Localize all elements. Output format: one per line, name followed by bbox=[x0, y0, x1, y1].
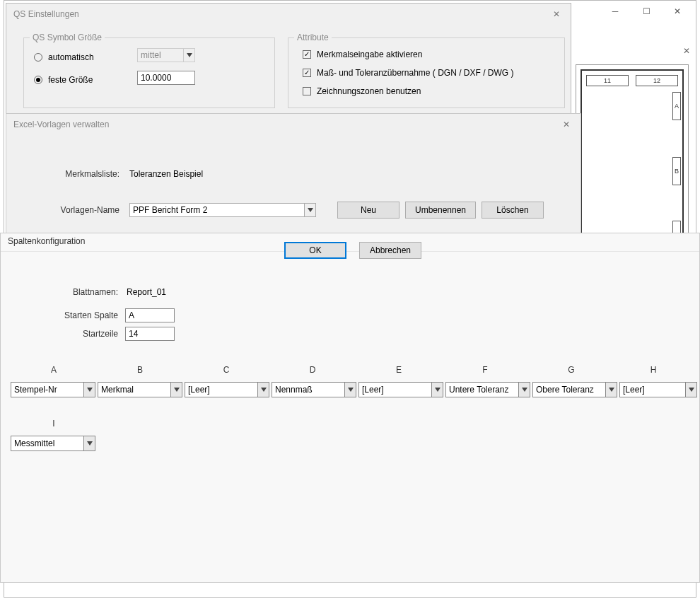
column-a-combo[interactable]: Stempel-Nr bbox=[11, 382, 95, 397]
drawing-cell: B bbox=[672, 157, 681, 185]
startzeile-label: Startzeile bbox=[50, 329, 118, 339]
chevron-down-icon bbox=[304, 204, 315, 216]
minimize-button[interactable]: ─ bbox=[600, 1, 631, 21]
close-window-button[interactable]: ✕ bbox=[662, 1, 693, 21]
close-icon[interactable]: ✕ bbox=[559, 117, 573, 132]
drawing-cell: 12 bbox=[636, 75, 678, 86]
dialog-titlebar: QS Einstellungen ✕ bbox=[6, 4, 571, 25]
svg-marker-10 bbox=[87, 441, 93, 446]
groupbox-attribute: Attribute Merkmalseingabe aktivieren Maß… bbox=[288, 37, 565, 108]
close-icon[interactable]: ✕ bbox=[549, 7, 564, 21]
checkbox-mass-toleranz-label: Maß- und Toleranzübernahme ( DGN / DXF /… bbox=[317, 68, 514, 78]
umbenennen-button[interactable]: Umbenennen bbox=[405, 202, 476, 219]
radio-feste-groesse[interactable] bbox=[34, 76, 42, 84]
checkbox-merkmalseingabe[interactable] bbox=[303, 50, 311, 59]
chevron-down-icon bbox=[518, 383, 530, 397]
neu-button[interactable]: Neu bbox=[337, 202, 399, 219]
drawing-cell: A bbox=[672, 92, 681, 120]
vorlagen-name-combo[interactable]: PPF Bericht Form 2 bbox=[129, 203, 316, 217]
column-g-combo[interactable]: Obere Toleranz bbox=[532, 382, 617, 397]
column-i-combo[interactable]: Messmittel bbox=[11, 436, 95, 451]
column-c-combo[interactable]: [Leer] bbox=[185, 382, 269, 397]
column-selects-row2: Messmittel bbox=[11, 436, 699, 451]
svg-marker-5 bbox=[348, 388, 354, 392]
column-headers-row2: I bbox=[11, 419, 699, 429]
dialog-titlebar: Excel-Vorlagen verwalten ✕ bbox=[6, 114, 581, 135]
column-h-combo[interactable]: [Leer] bbox=[619, 382, 697, 397]
checkbox-merkmalseingabe-label: Merkmalseingabe aktivieren bbox=[317, 50, 422, 59]
svg-marker-6 bbox=[435, 388, 441, 392]
checkbox-zeichnungszonen[interactable] bbox=[303, 87, 311, 95]
merkmalsliste-label: Merkmalsliste: bbox=[52, 169, 119, 179]
starten-spalte-input[interactable]: A bbox=[125, 308, 175, 322]
inner-close-icon[interactable]: ✕ bbox=[683, 46, 690, 56]
column-e-combo[interactable]: [Leer] bbox=[358, 382, 443, 397]
chevron-down-icon bbox=[344, 383, 356, 397]
merkmalsliste-value: Toleranzen Beispiel bbox=[129, 169, 203, 179]
svg-marker-3 bbox=[174, 388, 180, 392]
excel-vorlagen-dialog: Excel-Vorlagen verwalten ✕ Merkmalsliste… bbox=[6, 113, 581, 233]
maximize-button[interactable]: ☐ bbox=[631, 1, 662, 21]
groupbox-legend: Attribute bbox=[294, 33, 332, 42]
qs-einstellungen-dialog: QS Einstellungen ✕ QS Symbol Größe autom… bbox=[6, 3, 571, 115]
radio-automatisch-label: automatisch bbox=[48, 52, 94, 62]
svg-marker-0 bbox=[187, 53, 192, 57]
svg-marker-8 bbox=[609, 388, 614, 392]
chevron-down-icon bbox=[685, 383, 696, 397]
chevron-down-icon bbox=[431, 383, 443, 397]
svg-marker-4 bbox=[261, 388, 267, 392]
column-d-combo[interactable]: Nennmaß bbox=[272, 382, 356, 397]
chevron-down-icon bbox=[257, 383, 269, 397]
groesse-combo: mittel bbox=[137, 48, 195, 62]
column-b-combo[interactable]: Merkmal bbox=[98, 382, 182, 397]
svg-marker-7 bbox=[522, 388, 527, 392]
column-selects-row1: Stempel-Nr Merkmal [Leer] Nennmaß [Leer]… bbox=[11, 382, 699, 397]
blattnamen-label: Blattnamen: bbox=[50, 287, 118, 297]
blattnamen-value: Report_01 bbox=[127, 287, 166, 297]
svg-marker-9 bbox=[689, 388, 694, 392]
svg-marker-2 bbox=[87, 388, 93, 392]
radio-automatisch[interactable] bbox=[34, 53, 42, 62]
chevron-down-icon bbox=[83, 436, 95, 450]
chevron-down-icon bbox=[170, 383, 182, 397]
chevron-down-icon bbox=[605, 383, 617, 397]
column-headers-row1: A B C D E F G H bbox=[11, 365, 699, 375]
vorlagen-name-label: Vorlagen-Name bbox=[46, 205, 119, 215]
starten-spalte-label: Starten Spalte bbox=[50, 310, 118, 320]
groupbox-symbol-groesse: QS Symbol Größe automatisch mittel feste… bbox=[23, 37, 275, 108]
checkbox-mass-toleranz[interactable] bbox=[303, 69, 311, 77]
chevron-down-icon bbox=[183, 49, 194, 62]
spaltenkonfiguration-dialog: Spaltenkonfiguration Blattnamen: Report_… bbox=[0, 233, 700, 583]
radio-feste-groesse-label: feste Größe bbox=[48, 75, 93, 85]
feste-groesse-input[interactable]: 10.0000 bbox=[137, 71, 195, 85]
drawing-cell: 11 bbox=[586, 75, 629, 86]
abbrechen-button[interactable]: Abbrechen bbox=[359, 242, 421, 259]
checkbox-zeichnungszonen-label: Zeichnungszonen benutzen bbox=[317, 86, 421, 96]
loeschen-button[interactable]: Löschen bbox=[482, 202, 544, 219]
dialog-title: QS Einstellungen bbox=[13, 9, 79, 19]
column-f-combo[interactable]: Untere Toleranz bbox=[445, 382, 530, 397]
chevron-down-icon bbox=[83, 383, 95, 397]
ok-button[interactable]: OK bbox=[284, 242, 346, 259]
startzeile-input[interactable]: 14 bbox=[125, 327, 175, 341]
svg-marker-1 bbox=[308, 208, 313, 212]
groupbox-legend: QS Symbol Größe bbox=[30, 33, 105, 42]
dialog-title: Excel-Vorlagen verwalten bbox=[13, 120, 109, 129]
